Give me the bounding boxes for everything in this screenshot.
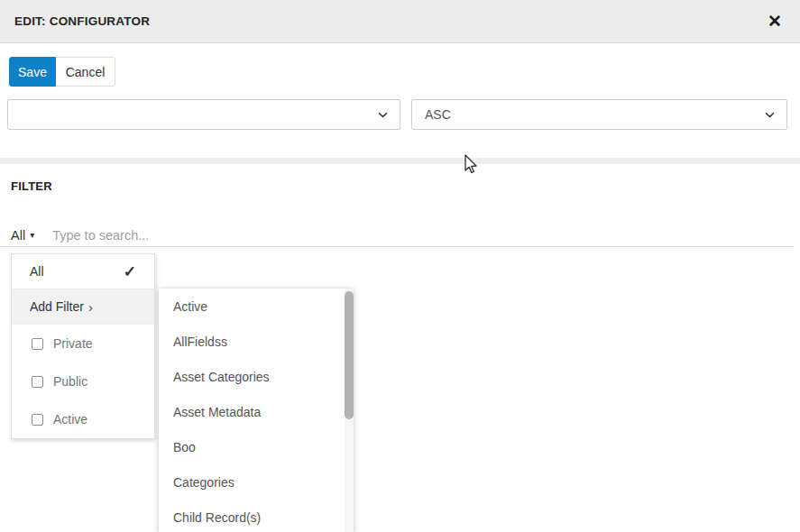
checkbox-active[interactable] — [32, 414, 43, 426]
submenu-item-allfieldss[interactable]: AllFieldss — [159, 324, 354, 359]
cancel-button[interactable]: Cancel — [56, 57, 115, 87]
edit-configurator-modal: EDIT: CONFIGURATOR ✕ Save Cancel ASC FIL… — [0, 0, 800, 532]
search-input[interactable] — [52, 228, 684, 243]
section-divider — [0, 158, 800, 164]
scrollbar-thumb[interactable] — [345, 291, 354, 419]
submenu-arrow-icon: › — [88, 299, 93, 315]
scope-dropdown-trigger[interactable]: All ▾ — [11, 228, 34, 243]
submenu-item-asset-metadata[interactable]: Asset Metadata — [159, 394, 354, 429]
scope-dropdown-label: All — [11, 228, 25, 243]
filter-search-bar: All ▾ — [0, 224, 794, 247]
chevron-down-icon — [764, 109, 776, 121]
menu-item-all-label: All — [30, 264, 44, 279]
add-filter-submenu: Active AllFieldss Asset Categories Asset… — [159, 289, 354, 532]
scope-dropdown-menu: All ✓ Add Filter › Private Public Active — [11, 253, 155, 439]
close-icon[interactable]: ✕ — [764, 11, 786, 32]
menu-item-active[interactable]: Active — [12, 400, 154, 438]
submenu-item-boo[interactable]: Boo — [159, 429, 354, 464]
scrollbar-track[interactable] — [345, 289, 354, 532]
submenu-item-categories[interactable]: Categories — [159, 464, 354, 500]
checkbox-public[interactable] — [32, 376, 43, 388]
mouse-cursor-icon — [463, 153, 478, 175]
modal-header: EDIT: CONFIGURATOR ✕ — [0, 0, 800, 43]
submenu-item-active[interactable]: Active — [159, 289, 354, 324]
menu-item-private[interactable]: Private — [12, 325, 154, 362]
menu-item-public[interactable]: Public — [12, 362, 154, 400]
save-button[interactable]: Save — [9, 57, 56, 87]
sort-field-select[interactable] — [7, 99, 400, 130]
sort-order-select[interactable]: ASC — [411, 99, 787, 130]
filter-section-heading: FILTER — [11, 179, 52, 193]
checkbox-active-label: Active — [53, 412, 87, 427]
toolbar: Save Cancel — [9, 57, 115, 87]
page-title: EDIT: CONFIGURATOR — [14, 14, 150, 28]
submenu-item-child-records[interactable]: Child Record(s) — [159, 500, 354, 532]
menu-item-add-filter[interactable]: Add Filter › — [12, 289, 154, 325]
caret-down-icon: ▾ — [30, 230, 34, 240]
sort-order-select-value: ASC — [425, 107, 451, 122]
menu-item-all[interactable]: All ✓ — [12, 254, 154, 289]
submenu-item-asset-categories[interactable]: Asset Categories — [159, 359, 354, 394]
check-icon: ✓ — [124, 262, 136, 281]
checkbox-public-label: Public — [53, 374, 87, 389]
checkbox-private[interactable] — [32, 338, 43, 350]
chevron-down-icon — [377, 109, 389, 121]
menu-item-add-filter-label: Add Filter — [30, 299, 84, 314]
checkbox-private-label: Private — [53, 336, 93, 351]
